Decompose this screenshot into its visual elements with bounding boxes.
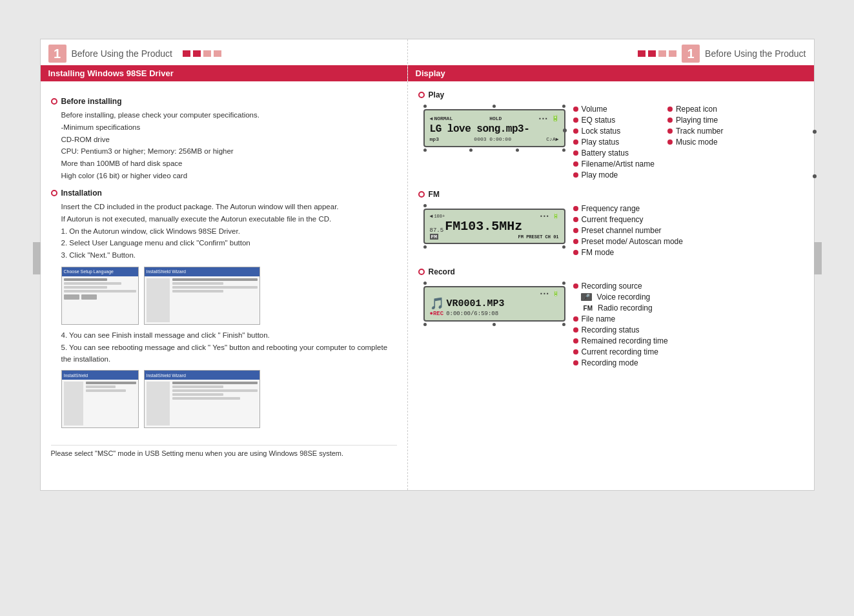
left-chapter-title: Before Using the Product xyxy=(72,48,172,59)
right-progress-dots xyxy=(638,50,676,57)
fm-title: FM xyxy=(418,190,804,199)
screenshots-row-1: Choose Setup Language InstallShield Wiza… xyxy=(61,267,397,325)
rec-lcd: ▪▪▪ 🔋 🎵 VR0001.MP3 ●REC 0:00:00/6:59:08 xyxy=(423,286,565,322)
play-labels-right: Repeat icon Playing time Track number xyxy=(667,105,724,180)
fm-rec-icon: FM xyxy=(584,305,593,312)
fm-subsection: FM ◀ 108+ xyxy=(418,190,804,257)
left-section-heading: Installing Windows 98SE Driver xyxy=(41,65,407,81)
rec-labels: Recording source 🎤 Voice recording FM Ra… xyxy=(573,282,668,367)
fm-line3: FM FM PRESET CH 01 xyxy=(430,234,559,240)
record-subsection: Record ▪▪▪ 🔋 xyxy=(418,267,804,367)
rec-filename: 🎵 VR0001.MP3 xyxy=(430,296,559,311)
r-dot-3 xyxy=(658,50,666,57)
record-title: Record xyxy=(418,267,804,276)
circle-icon-1 xyxy=(51,98,57,105)
play-lcd-container: ◀ NORMAL HOLD ▪▪▪ 🔋 LG love song.mp3- mp… xyxy=(423,105,804,180)
left-title-bar: 1 Before Using the Product xyxy=(41,39,407,65)
r-dot-4 xyxy=(669,50,676,57)
left-content: Before installing Before installing, ple… xyxy=(41,88,407,440)
fm-lcd: ◀ 108+ ▪▪▪ 🔋 87.5 FM103.5MHz xyxy=(423,209,565,244)
r-dot-2 xyxy=(648,50,656,57)
installation-title: Installation xyxy=(51,189,397,198)
right-panel: 1 Before Using the Product Display Play xyxy=(408,39,814,490)
rec-line1: ▪▪▪ 🔋 xyxy=(430,291,559,296)
dot-2 xyxy=(193,50,201,57)
screenshot-3: InstallShield xyxy=(61,370,139,428)
play-lcd: ◀ NORMAL HOLD ▪▪▪ 🔋 LG love song.mp3- mp… xyxy=(423,109,565,147)
right-side-tab xyxy=(814,242,822,274)
rec-mic-icon: 🎵 xyxy=(430,296,444,311)
screenshot-4: InstallShield Wizard xyxy=(144,370,260,428)
fm-top-dots xyxy=(423,204,565,207)
rec-lcd-container: ▪▪▪ 🔋 🎵 VR0001.MP3 ●REC 0:00:00/6:59:08 xyxy=(423,282,804,367)
screenshot-2: InstallShield Wizard xyxy=(144,267,260,325)
left-chapter-number: 1 xyxy=(48,45,66,63)
voice-rec-icon: 🎤 xyxy=(581,293,592,301)
page-container: 1 Before Using the Product Installing Wi… xyxy=(40,39,815,491)
play-subsection: Play ◀ xyxy=(418,90,804,180)
right-chapter-number: 1 xyxy=(682,45,700,63)
play-circle-icon xyxy=(418,92,425,98)
before-installing-title: Before installing xyxy=(51,97,397,106)
dot-4 xyxy=(214,50,221,57)
fm-line1: ◀ 108+ ▪▪▪ 🔋 xyxy=(430,213,559,219)
play-top-dots xyxy=(423,105,565,108)
display-section: Play ◀ xyxy=(408,88,814,384)
right-title-bar: 1 Before Using the Product xyxy=(408,39,814,65)
rec-top-dots xyxy=(423,282,565,285)
fm-labels: Frequency range Current frequency Preset… xyxy=(573,204,683,257)
play-title: Play xyxy=(418,90,804,99)
circle-icon-2 xyxy=(51,190,57,196)
play-lcd-line3: mp3 0003 0:00:00 C♪A▶ xyxy=(430,136,559,142)
left-progress-dots xyxy=(183,50,221,57)
step4-text: 4. You can see Finish install message an… xyxy=(61,330,397,365)
before-installing-content: Before installing, please check your com… xyxy=(61,110,397,182)
screenshot-1: Choose Setup Language xyxy=(61,267,139,325)
dot-1 xyxy=(183,50,190,57)
fm-circle-icon xyxy=(418,191,425,198)
rec-circle-icon xyxy=(418,269,425,275)
footer-note: Please select "MSC" mode in USB Setting … xyxy=(51,445,397,457)
fm-lcd-container: ◀ 108+ ▪▪▪ 🔋 87.5 FM103.5MHz xyxy=(423,204,804,257)
play-lcd-filename: LG love song.mp3- xyxy=(430,123,559,135)
play-bottom-dots xyxy=(423,149,565,152)
play-labels-left: Volume EQ status Lock status xyxy=(573,105,655,180)
rec-time: ●REC 0:00:00/6:59:08 xyxy=(430,311,559,317)
play-labels: Volume EQ status Lock status xyxy=(573,105,724,180)
right-chapter-title: Before Using the Product xyxy=(705,48,806,59)
left-panel: 1 Before Using the Product Installing Wi… xyxy=(41,39,408,490)
right-section-heading: Display xyxy=(408,65,814,81)
left-side-tab xyxy=(33,242,41,274)
installation-content: Insert the CD included in the product pa… xyxy=(61,201,397,262)
dot-3 xyxy=(203,50,211,57)
play-lcd-line1: ◀ NORMAL HOLD ▪▪▪ 🔋 xyxy=(430,114,559,122)
fm-freq: FM103.5MHz xyxy=(445,219,522,234)
r-dot-1 xyxy=(638,50,646,57)
rec-bottom-dots xyxy=(423,323,565,326)
fm-bottom-dots xyxy=(423,245,565,249)
screenshots-row-2: InstallShield InstallShield xyxy=(61,370,397,428)
